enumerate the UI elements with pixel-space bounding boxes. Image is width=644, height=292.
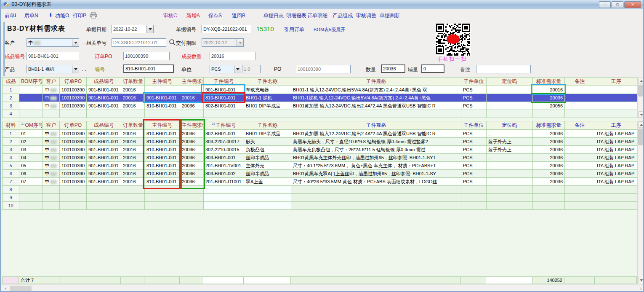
cell[interactable]	[487, 194, 533, 202]
cell[interactable]	[461, 186, 487, 194]
cell[interactable]: BH01黄黑车充主体外壳丝印，油墨过加州65，丝印参照: BH01-1-SYT	[291, 154, 461, 162]
table-row[interactable]: 606中100100390901-BH01-00120016810-BH01-0…	[3, 170, 637, 178]
cell[interactable]: 303-2207-00017	[204, 138, 244, 146]
cell[interactable]	[60, 202, 87, 210]
cell[interactable]: BH01-1裸机 输入12-24VDC,输出5V/4.8A(新方案) 2.4+2…	[291, 94, 461, 102]
table-row[interactable]: 4	[3, 110, 637, 118]
cell[interactable]: 100100390	[60, 146, 87, 154]
cell[interactable]: 810-BH01-001	[145, 154, 180, 162]
chevron-down-icon[interactable]	[234, 65, 241, 73]
cell[interactable]	[19, 94, 43, 102]
cell[interactable]	[87, 202, 121, 210]
cell[interactable]: 20016	[121, 130, 145, 138]
chevron-down-icon[interactable]	[72, 39, 79, 46]
cell[interactable]	[565, 154, 595, 162]
cell[interactable]: 20036	[180, 170, 204, 178]
cell[interactable]	[180, 202, 204, 210]
cell[interactable]: 20016	[121, 94, 145, 102]
cell[interactable]: 100100390	[60, 178, 87, 186]
column-header[interactable]: 客户	[43, 78, 60, 86]
cell[interactable]: DY-组装 LAP RAP	[595, 170, 637, 178]
cell[interactable]: 901-BH01-001	[87, 138, 121, 146]
cell[interactable]	[180, 194, 204, 202]
cell[interactable]	[121, 110, 145, 118]
cell[interactable]	[244, 186, 291, 194]
cell[interactable]: 20016	[121, 102, 145, 110]
cell[interactable]: 丝印半成品	[244, 170, 291, 178]
cell[interactable]	[244, 202, 291, 210]
cell[interactable]: 901-BH01-001	[87, 162, 121, 170]
cell[interactable]	[87, 194, 121, 202]
audit-adjust-button[interactable]: 审核调整	[356, 12, 376, 19]
cell[interactable]: 4	[3, 110, 19, 118]
cell[interactable]: 20036	[533, 162, 565, 170]
cell[interactable]: 302-2210-00015	[204, 146, 244, 154]
cell[interactable]: 1	[3, 130, 19, 138]
cell[interactable]	[43, 110, 60, 118]
cell[interactable]: 中	[43, 162, 60, 170]
cell[interactable]: BH01黄加黑 输入12-24VDC,输出2.4A*2.4A 黑色普通双USB …	[291, 130, 461, 138]
column-header[interactable]: 标准需求量	[533, 78, 565, 86]
order-po-field[interactable]: 100100390	[123, 52, 170, 60]
cell[interactable]: 8	[3, 186, 19, 194]
order-detail-button[interactable]: 订单明细	[307, 12, 327, 19]
product-composition-button[interactable]: 产品组成	[333, 12, 353, 19]
cell[interactable]: 2	[3, 94, 19, 102]
cell[interactable]	[204, 202, 244, 210]
cell[interactable]	[565, 94, 595, 102]
function-arrow-icon[interactable]: ⬇	[48, 12, 53, 18]
cell[interactable]: 中	[43, 178, 60, 186]
cell[interactable]: 6	[3, 170, 19, 178]
column-header[interactable]: 工序	[595, 78, 637, 86]
cell[interactable]	[487, 186, 533, 194]
cell[interactable]: 100100390	[60, 138, 87, 146]
top-table-scrollbar[interactable]	[637, 77, 644, 118]
cell[interactable]: BH01 DIP半成品	[244, 102, 291, 110]
cell[interactable]	[19, 110, 43, 118]
cell[interactable]: 803-BH01-002	[204, 170, 244, 178]
cell[interactable]	[487, 102, 533, 110]
cell[interactable]: 中	[43, 86, 60, 94]
cell[interactable]	[60, 110, 87, 118]
table-row[interactable]: 3中100100390901-BH01-00120016810-BH01-001…	[3, 102, 637, 110]
product-combo[interactable]: BH01-1 裸机	[27, 65, 79, 73]
unit-combo[interactable]: PCS	[210, 65, 241, 73]
cell[interactable]: 黄黑车充负极凸包，尺寸：26*24.6*11.5 锰钢镀镍 厚0.4mm 需过	[291, 146, 461, 154]
cell[interactable]: _	[487, 154, 533, 162]
cell[interactable]: 802-BH01-001	[204, 102, 244, 110]
column-header[interactable]: 子件单位	[461, 121, 487, 130]
aux-field[interactable]: 0	[421, 64, 444, 73]
cell[interactable]: 20016	[121, 170, 145, 178]
cell[interactable]: 901-BH01-001	[87, 102, 121, 110]
cell[interactable]: 装于外壳上	[487, 146, 533, 154]
cell[interactable]: DY-组装 LAP RAP	[595, 162, 637, 170]
cell[interactable]: PCS	[461, 162, 487, 170]
cell[interactable]: 1	[3, 86, 19, 94]
scroll-thumb[interactable]	[638, 129, 644, 145]
cell[interactable]: 810-BH01-001	[145, 178, 180, 186]
cell[interactable]	[204, 186, 244, 194]
cell[interactable]: 201-BH01-1V001	[204, 162, 244, 170]
table-row[interactable]: 2中100100390901-BH01-00120016901-BH01-001…	[3, 94, 637, 102]
scroll-up-icon[interactable]	[638, 78, 644, 84]
column-header[interactable]: 备注	[565, 121, 595, 130]
add-new-button[interactable]: 新增A	[186, 12, 200, 19]
cell[interactable]	[487, 110, 533, 118]
cell[interactable]: 20036	[533, 170, 565, 178]
cell[interactable]: 中	[43, 154, 60, 162]
search-icon[interactable]	[169, 39, 176, 46]
cell[interactable]: PCS	[461, 170, 487, 178]
cell[interactable]: 01	[19, 130, 43, 138]
audit-button[interactable]: 审核C	[163, 12, 177, 19]
cell[interactable]: 901-BH01-001	[87, 146, 121, 154]
cell[interactable]	[87, 110, 121, 118]
column-header[interactable]: 主件需求量	[180, 78, 204, 86]
table-row[interactable]: 505中100100390901-BH01-00120016810-BH01-0…	[3, 162, 637, 170]
cell[interactable]: 901-BH01-001	[87, 86, 121, 94]
cell[interactable]: 810-BH01-001	[145, 146, 180, 154]
cell[interactable]: DY-组装 LAP RAP	[595, 130, 637, 138]
cell[interactable]: 901-BH01-001	[145, 94, 180, 102]
cell[interactable]: 7	[3, 178, 19, 186]
cell[interactable]: 20036	[180, 146, 204, 154]
cell[interactable]	[180, 86, 204, 94]
